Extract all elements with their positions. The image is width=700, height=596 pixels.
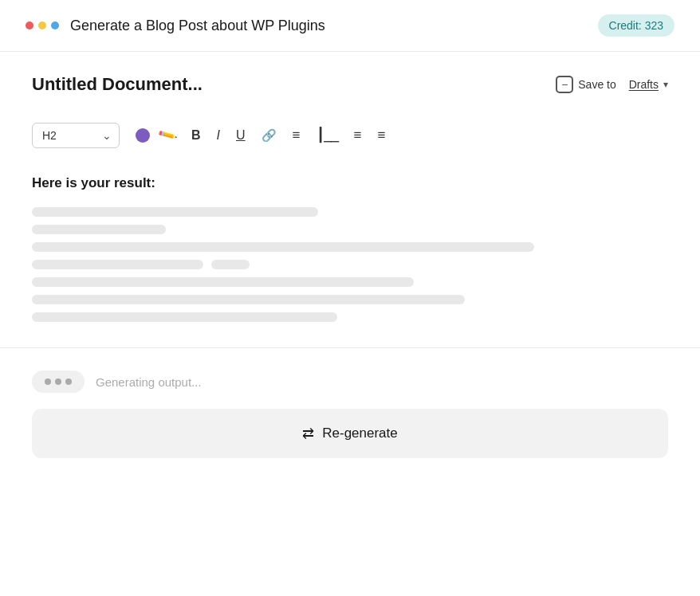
skeleton-line-2 (32, 225, 166, 234)
save-drafts-label: Save to (578, 78, 615, 91)
chevron-down-icon: ▾ (663, 79, 668, 90)
skeleton-line-3 (32, 242, 534, 252)
dot-blue (51, 22, 59, 29)
color-picker-dot[interactable] (136, 128, 150, 143)
result-heading: Here is your result: (32, 175, 668, 191)
dot-red (26, 22, 33, 29)
underline-button[interactable]: U (230, 124, 252, 147)
skeleton-line-5 (32, 277, 414, 287)
skeleton-line-4a (32, 260, 203, 269)
regenerate-button[interactable]: ⇄ Re-generate (32, 409, 668, 458)
skeleton-line-6 (32, 295, 465, 304)
typing-dots (32, 371, 85, 393)
window-dots (26, 22, 59, 29)
align-right-button[interactable]: ≡ (371, 123, 391, 148)
regenerate-label: Re-generate (322, 425, 398, 441)
generating-text: Generating output... (96, 375, 202, 389)
heading-select-wrapper[interactable]: H2 H1 H3 H4 Normal (32, 123, 120, 148)
bold-button[interactable]: B (185, 124, 207, 147)
highlighter-button[interactable]: ✏️ (153, 123, 182, 147)
generating-row: Generating output... (32, 371, 668, 393)
skeleton-content (32, 207, 668, 322)
document-area: Untitled Document... Save to Drafts ▾ H2… (0, 52, 700, 348)
bottom-section: Generating output... ⇄ Re-generate (0, 348, 700, 484)
align-center-button[interactable]: ≡ (348, 123, 368, 148)
editor-toolbar: H2 H1 H3 H4 Normal ✏️ B I U 🔗 ≡ ┃⎯⎯ ≡ (32, 114, 668, 159)
header-left: Generate a Blog Post about WP Plugins (26, 18, 325, 34)
skeleton-line-1 (32, 207, 318, 217)
align-left-button[interactable]: ┃⎯⎯ (310, 122, 344, 148)
highlighter-icon: ✏️ (157, 124, 179, 145)
save-icon (556, 76, 573, 93)
link-icon: 🔗 (262, 128, 277, 143)
typing-dot-3 (65, 378, 72, 385)
document-top-bar: Untitled Document... Save to Drafts ▾ (32, 74, 668, 95)
typing-dot-2 (55, 378, 61, 385)
skeleton-line-4-row (32, 260, 668, 269)
italic-button[interactable]: I (210, 124, 226, 147)
list-unordered-button[interactable]: ≡ (286, 123, 307, 148)
document-title: Untitled Document... (32, 74, 203, 95)
content-area: Here is your result: (32, 159, 668, 347)
skeleton-line-7 (32, 312, 337, 322)
heading-select[interactable]: H2 H1 H3 H4 Normal (32, 123, 120, 148)
page-title: Generate a Blog Post about WP Plugins (70, 18, 325, 34)
save-drafts-underline-text: Drafts (629, 78, 659, 91)
list-unordered-icon: ≡ (293, 127, 301, 143)
credit-badge: Credit: 323 (598, 14, 674, 37)
skeleton-line-4b (211, 260, 250, 269)
align-left-icon: ┃⎯⎯ (317, 127, 338, 143)
align-center-icon: ≡ (354, 127, 362, 143)
align-right-icon: ≡ (377, 127, 385, 143)
save-to-drafts-button[interactable]: Save to Drafts ▾ (556, 76, 668, 93)
typing-dot-1 (45, 378, 51, 385)
arrows-icon: ⇄ (302, 425, 314, 442)
link-button[interactable]: 🔗 (255, 124, 283, 147)
app-header: Generate a Blog Post about WP Plugins Cr… (0, 0, 700, 52)
dot-yellow (38, 22, 46, 29)
